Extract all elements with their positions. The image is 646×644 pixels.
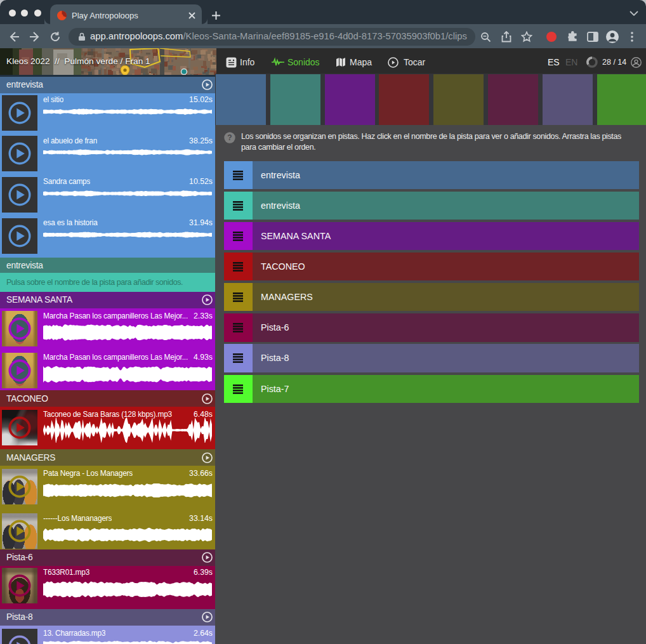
svg-text:?: ? <box>227 133 232 142</box>
